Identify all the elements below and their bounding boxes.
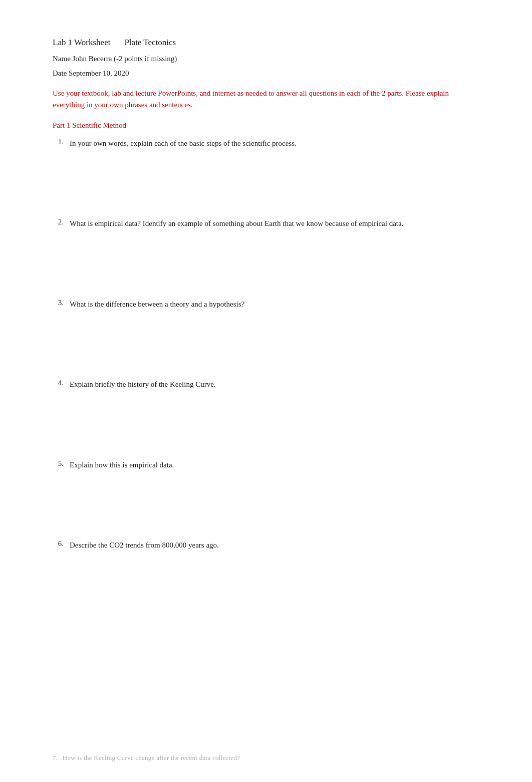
- footer-area: 7. How is the Keeling Curve change after…: [53, 754, 479, 762]
- question-text-1: In your own words, explain each of the b…: [70, 138, 479, 149]
- answer-space-5: [53, 470, 479, 536]
- question-item-3: 3. What is the difference between a theo…: [53, 299, 479, 310]
- answer-space-1: [53, 149, 479, 214]
- page: Lab 1 Worksheet Plate Tectonics Name Joh…: [0, 0, 532, 782]
- question-block-5: 5. Explain how this is empirical data.: [53, 459, 479, 536]
- question-number-2: 2.: [53, 218, 64, 229]
- instructions-text: Use your textbook, lab and lecture Power…: [53, 88, 479, 111]
- question-item-1: 1. In your own words, explain each of th…: [53, 138, 479, 149]
- questions-list: 1. In your own words, explain each of th…: [53, 138, 479, 616]
- question-item-4: 4. Explain briefly the history of the Ke…: [53, 379, 479, 390]
- name-label: Name: [53, 55, 71, 63]
- question-text-4: Explain briefly the history of the Keeli…: [70, 379, 479, 390]
- answer-space-3: [53, 310, 479, 375]
- question-text-6: Describe the CO2 trends from 800,000 yea…: [70, 540, 479, 551]
- instructions-content: Use your textbook, lab and lecture Power…: [53, 89, 449, 109]
- question-block-2: 2. What is empirical data? Identify an e…: [53, 218, 479, 295]
- lab-title: Lab 1 Worksheet: [53, 38, 110, 48]
- question-number-5: 5.: [53, 459, 64, 471]
- name-note: (-2 points if missing): [114, 55, 177, 63]
- topic-title: Plate Tectonics: [124, 38, 176, 48]
- question-text-3: What is the difference between a theory …: [70, 299, 479, 310]
- question-item-5: 5. Explain how this is empirical data.: [53, 459, 479, 471]
- question-block-6: 6. Describe the CO2 trends from 800,000 …: [53, 540, 479, 616]
- part1-heading: Part 1 Scientific Method: [53, 121, 479, 130]
- date-label: Date: [53, 69, 67, 77]
- header-sep: [110, 39, 124, 47]
- question-item-6: 6. Describe the CO2 trends from 800,000 …: [53, 540, 479, 551]
- question-block-1: 1. In your own words, explain each of th…: [53, 138, 479, 214]
- question-block-3: 3. What is the difference between a theo…: [53, 299, 479, 375]
- date-line: Date September 10, 2020: [53, 69, 479, 78]
- date-value: September 10, 2020: [69, 69, 129, 77]
- answer-space-2: [53, 229, 479, 295]
- footer-question-text: How is the Keeling Curve change after th…: [63, 754, 240, 762]
- header-line: Lab 1 Worksheet Plate Tectonics: [53, 38, 479, 48]
- question-item-2: 2. What is empirical data? Identify an e…: [53, 218, 479, 229]
- question-text-2: What is empirical data? Identify an exam…: [70, 218, 479, 229]
- question-text-5: Explain how this is empirical data.: [70, 459, 479, 471]
- question-number-3: 3.: [53, 299, 64, 310]
- question-number-6: 6.: [53, 540, 64, 551]
- question-number-1: 1.: [53, 138, 64, 149]
- question-block-4: 4. Explain briefly the history of the Ke…: [53, 379, 479, 455]
- name-value: John Becerra: [73, 55, 112, 63]
- footer-question-number: 7.: [53, 754, 58, 762]
- question-number-4: 4.: [53, 379, 64, 390]
- name-line: Name John Becerra (-2 points if missing): [53, 55, 479, 63]
- answer-space-4: [53, 390, 479, 455]
- answer-space-6: [53, 551, 479, 616]
